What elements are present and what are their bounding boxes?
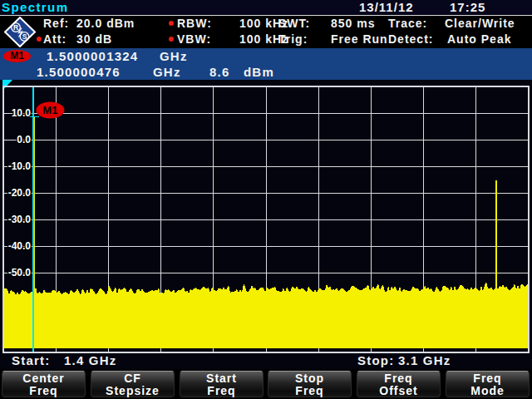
ref-level-label: Ref: <box>43 17 69 30</box>
sweep-time-value: 850 ms <box>331 17 375 30</box>
ref-level-value: 20.0 dBm <box>76 17 135 30</box>
softkey-center-freq[interactable]: Center Freq <box>2 371 86 397</box>
rbw-label: RBW: <box>177 17 212 30</box>
y-axis-tick-label: 0.0 <box>17 134 31 145</box>
mode-title: Spectrum <box>2 0 68 15</box>
marker-m1-row-badge: M1 <box>3 50 31 62</box>
y-axis-tick-label: -20.0 <box>8 187 32 199</box>
softkey-freq-offset[interactable]: Freq Offset <box>357 371 441 397</box>
softkey-label: CF <box>91 372 174 385</box>
noise-floor-trace <box>4 282 528 348</box>
softkey-label: Offset <box>357 385 440 397</box>
marker-m1-level-unit: dBm <box>244 65 274 79</box>
softkey-bar: Center Freq CF Stepsize Start Freq Stop … <box>0 369 532 399</box>
marker-m1-badge-label: M1 <box>42 104 57 116</box>
start-freq-value: 1.4 GHz <box>64 353 116 367</box>
marker-m1-level-value: 8.6 <box>209 65 229 79</box>
start-freq-label: Start: <box>12 353 50 367</box>
softkey-label: Start <box>180 372 263 385</box>
softkey-label: Stepsize <box>91 385 174 397</box>
marker-m1-freq-unit: GHz <box>153 65 181 79</box>
softkey-stop-freq[interactable]: Stop Freq <box>268 371 352 397</box>
softkey-label: Freq <box>446 372 529 385</box>
softkey-label: Stop <box>268 372 351 385</box>
softkey-freq-mode[interactable]: Freq Mode <box>446 371 530 397</box>
y-axis-tick-label: 10.0 <box>12 107 32 119</box>
softkey-start-freq[interactable]: Start Freq <box>180 371 264 397</box>
title-bar: Spectrum 13/11/12 17:25 <box>0 0 532 16</box>
softkey-label: Freq <box>180 385 263 397</box>
trigger-value: Free Run <box>331 32 388 46</box>
vbw-label: VBW: <box>177 32 211 46</box>
spectrum-analyzer-screen: Spectrum 13/11/12 17:25 R S Ref: 20.0 dB… <box>0 0 532 399</box>
spectrum-plot: M110.00.0-10.0-20.0-30.0-40.0-50.0 <box>0 80 532 369</box>
y-axis-tick-label: -40.0 <box>8 240 32 252</box>
stop-freq-label: Stop: <box>357 353 394 367</box>
y-axis-tick-label: -50.0 <box>8 267 32 278</box>
marker-m1-freq-value: 1.500000476 <box>37 65 121 79</box>
time-label: 17:25 <box>450 0 485 15</box>
marker-m1-line <box>32 87 34 352</box>
center-freq-value: 1.5000001324 <box>47 49 138 63</box>
svg-text:R: R <box>13 23 18 32</box>
detector-value: Auto Peak <box>447 32 511 46</box>
date-label: 13/11/12 <box>359 0 414 15</box>
vbw-changed-bullet-icon <box>169 37 174 42</box>
stop-freq-value: 3.1 GHz <box>398 353 451 367</box>
softkey-label: Freq <box>268 385 351 397</box>
softkey-label: Mode <box>446 385 529 397</box>
signal-peak <box>495 180 497 348</box>
softkey-cf-stepsize[interactable]: CF Stepsize <box>91 371 175 397</box>
sweep-time-label: SWT: <box>278 17 310 30</box>
softkey-label: Freq <box>357 372 440 385</box>
settings-header: R S Ref: 20.0 dBm RBW: 100 kHz SWT: 850 … <box>0 16 532 48</box>
trace-mode-label: Trace: <box>388 17 427 30</box>
trigger-label: Trig: <box>278 32 308 46</box>
attenuation-label: Att: <box>43 32 66 46</box>
rs-logo-icon: R S <box>4 17 36 47</box>
softkey-label: Freq <box>2 385 85 397</box>
rbw-changed-bullet-icon <box>169 21 174 26</box>
update-indicator-icon <box>2 80 12 91</box>
graph-area: M110.00.0-10.0-20.0-30.0-40.0-50.0 <box>0 80 532 369</box>
softkey-label: Center <box>2 372 85 385</box>
trace-mode-value: Clear/Write <box>445 17 515 30</box>
attenuation-value: 30 dB <box>76 32 112 46</box>
detector-label: Detect: <box>388 32 433 46</box>
y-axis-tick-label: -10.0 <box>8 160 32 172</box>
center-freq-unit: GHz <box>160 49 188 63</box>
att-changed-bullet-icon <box>37 37 42 42</box>
marker-info-bar: C 1.5000001324 GHz M1 1.500000476 GHz 8.… <box>0 48 532 80</box>
svg-text:S: S <box>22 32 27 41</box>
y-axis-tick-label: -30.0 <box>8 214 32 225</box>
